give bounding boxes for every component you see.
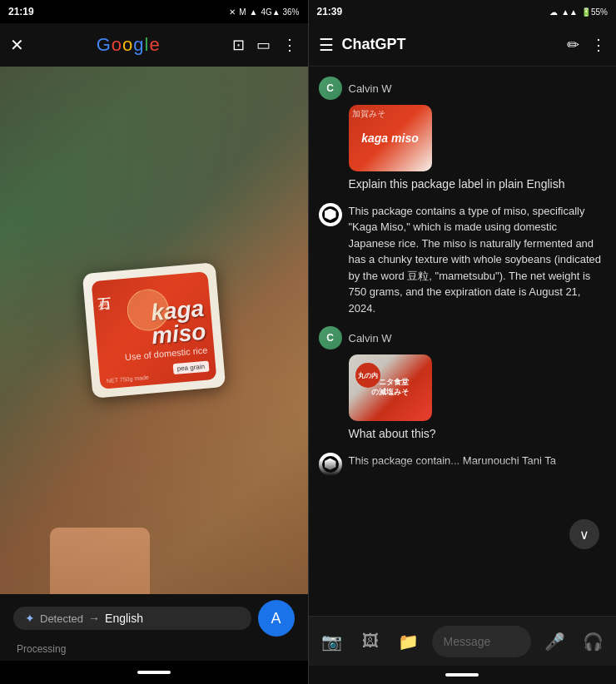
user-text-1: Explain this package label in plain Engl… <box>349 176 607 193</box>
battery-icon: 4G▲ 36% <box>261 7 299 17</box>
close-icon[interactable]: ✕ <box>10 35 24 55</box>
wifi-icon: ▲ <box>250 7 258 17</box>
hamburger-menu-icon[interactable]: ☰ <box>319 35 334 55</box>
chatgpt-top-bar: ☰ ChatGPT ✏ ⋮ <box>309 23 617 67</box>
english-label: English <box>105 612 143 625</box>
left-status-bar: 21:19 ✕ M ▲ 4G▲ 36% <box>0 0 308 23</box>
left-status-icons: ✕ M ▲ 4G▲ 36% <box>229 7 299 17</box>
miso-package: 百万石 kaga miso Use of domestic rice pea g… <box>82 262 226 398</box>
microphone-icon: 🎤 <box>544 632 565 652</box>
google-logo: Google <box>97 34 161 56</box>
net-weight-text: NET 750g made <box>107 374 149 384</box>
file-button[interactable]: 📁 <box>394 627 424 657</box>
left-top-bar: ✕ Google ⊡ ▭ ⋮ <box>0 23 308 67</box>
message-placeholder: Message <box>444 635 491 648</box>
user-avatar-2: C <box>319 326 342 349</box>
chat-kanji-1: 加賀みそ <box>352 108 385 120</box>
user-header-2: C Calvin W <box>319 326 607 349</box>
arrow-icon: → <box>88 612 100 625</box>
user-text-2: What about this? <box>349 426 607 443</box>
message-input-field[interactable]: Message <box>432 626 532 657</box>
left-nav-bar <box>0 661 308 684</box>
left-panel: 21:19 ✕ M ▲ 4G▲ 36% ✕ Google ⊡ ▭ ⋮ 百万石 <box>0 0 308 684</box>
user-name-2: Calvin W <box>349 332 392 344</box>
miso2-circle: 丸の内 <box>355 363 380 388</box>
assistant-text-2: This package contain... Marunouchi Tani … <box>349 453 607 469</box>
camera-button[interactable]: 📷 <box>317 627 347 657</box>
battery-icon-right: 🔋55% <box>581 7 608 17</box>
more-menu-icon[interactable]: ⋮ <box>591 36 606 54</box>
chatgpt-logo-icon-2 <box>325 458 336 470</box>
tablet-icon[interactable]: ▭ <box>256 36 271 54</box>
microphone-button[interactable]: 🎤 <box>539 627 569 657</box>
left-bottom-bar: ✦ Detected → English A Processing <box>0 594 308 661</box>
detected-label: Detected <box>40 612 83 625</box>
nav-indicator <box>137 671 171 674</box>
user-message-2: C Calvin W 丸の内 タニタ食堂の減塩みそ What about thi… <box>319 326 607 443</box>
chatgpt-avatar-inner <box>322 206 339 223</box>
chatgpt-avatar-2 <box>319 453 342 476</box>
translate-button[interactable]: A <box>258 600 295 637</box>
chat-wrapper: C Calvin W 加賀みそ kaga miso Explain this p… <box>309 67 617 616</box>
user-header-1: C Calvin W <box>319 77 607 100</box>
chatgpt-avatar-inner-2 <box>322 456 339 473</box>
left-time: 21:19 <box>8 6 34 17</box>
right-time: 21:39 <box>317 6 343 17</box>
right-nav-bar <box>309 666 617 684</box>
scroll-down-button[interactable]: ∨ <box>569 519 599 549</box>
kanji-text: 百万石 <box>97 286 110 287</box>
chat-input-bar: 📷 🖼 📁 Message 🎤 🎧 <box>309 616 617 666</box>
processing-text: Processing <box>13 643 295 655</box>
detected-pill[interactable]: ✦ Detected → English <box>13 607 251 630</box>
miso-package-inner: 百万石 kaga miso Use of domestic rice pea g… <box>91 271 216 389</box>
image-icon: 🖼 <box>362 632 379 651</box>
headphone-button[interactable]: 🎧 <box>578 627 608 657</box>
miso-chat-image-1: 加賀みそ kaga miso <box>349 105 432 171</box>
right-status-icons: ☁ ▲▲ 🔋55% <box>549 7 608 17</box>
user-avatar-1: C <box>319 77 342 100</box>
chat-miso-label-1: kaga miso <box>361 131 418 145</box>
assistant-message-2: This package contain... Marunouchi Tani … <box>319 453 607 476</box>
image-button[interactable]: 🖼 <box>355 627 385 657</box>
user-name-1: Calvin W <box>349 82 392 95</box>
right-nav-indicator <box>445 673 479 677</box>
cast-icon[interactable]: ⊡ <box>232 36 245 54</box>
right-header-icons: ✏ ⋮ <box>567 36 606 54</box>
miso-chat-image-2: 丸の内 タニタ食堂の減塩みそ <box>349 354 432 421</box>
chatgpt-logo-icon <box>325 209 336 221</box>
sparkle-icon: ✦ <box>25 612 35 625</box>
right-status-bar: 21:39 ☁ ▲▲ 🔋55% <box>309 0 617 23</box>
x-icon: ✕ <box>229 7 236 17</box>
chatgpt-title: ChatGPT <box>342 36 559 53</box>
edit-icon[interactable]: ✏ <box>567 36 579 54</box>
user-image-2: 丸の内 タニタ食堂の減塩みそ <box>349 354 432 421</box>
headphone-icon: 🎧 <box>583 632 604 652</box>
captured-image: 百万石 kaga miso Use of domestic rice pea g… <box>0 67 308 594</box>
right-panel: 21:39 ☁ ▲▲ 🔋55% ☰ ChatGPT ✏ ⋮ C Calvin W <box>309 0 617 684</box>
assistant-message-1: This package contains a type of miso, sp… <box>319 203 607 317</box>
file-icon: 📁 <box>398 632 419 652</box>
user-image-1: 加賀みそ kaga miso <box>349 105 432 171</box>
miso2-circle-text: 丸の内 <box>358 371 378 380</box>
chat-area[interactable]: C Calvin W 加賀みそ kaga miso Explain this p… <box>309 67 617 486</box>
translate-icon: A <box>271 610 281 627</box>
left-top-icons: ⊡ ▭ ⋮ <box>232 36 297 54</box>
cloud-icon: ☁ <box>549 7 558 17</box>
chevron-down-icon: ∨ <box>579 527 589 543</box>
signal-icons: M <box>239 7 246 17</box>
google-lens-image-area: 百万石 kaga miso Use of domestic rice pea g… <box>0 67 308 594</box>
camera-icon: 📷 <box>321 632 342 652</box>
signal-icon: ▲▲ <box>561 7 578 17</box>
assistant-text-1: This package contains a type of miso, sp… <box>349 203 607 317</box>
chatgpt-avatar-1 <box>319 203 342 226</box>
more-options-icon[interactable]: ⋮ <box>282 36 297 54</box>
hand-overlay <box>50 528 150 594</box>
detected-row: ✦ Detected → English A <box>13 600 295 637</box>
user-message-1: C Calvin W 加賀みそ kaga miso Explain this p… <box>319 77 607 193</box>
pea-grain-badge: pea grain <box>172 360 209 374</box>
